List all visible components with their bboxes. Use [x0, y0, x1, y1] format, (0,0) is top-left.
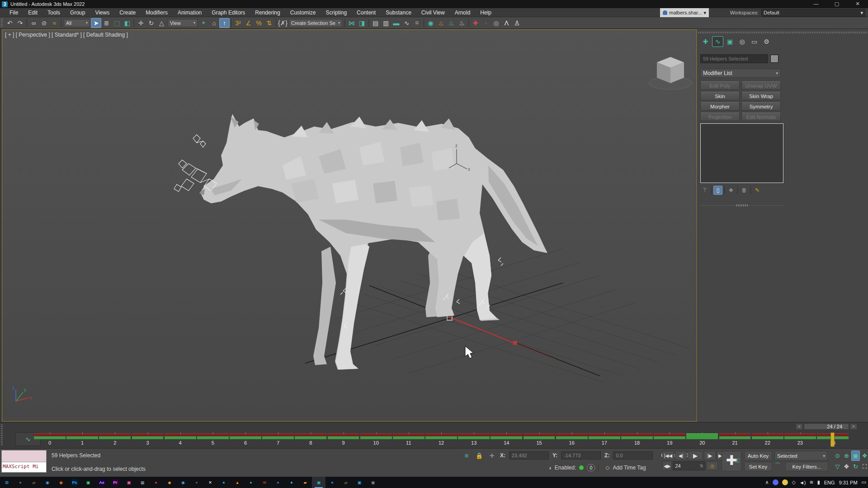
app-navy-icon[interactable]: ● [271, 477, 285, 488]
select-and-scale-icon[interactable]: △ [156, 18, 167, 28]
menu-customize[interactable]: Customize [285, 9, 321, 17]
modifier-stack-list[interactable] [700, 123, 783, 183]
view-cube[interactable] [649, 57, 692, 89]
time-configuration-button[interactable]: ◷ [706, 461, 718, 470]
app-grid-icon[interactable]: ▦ [136, 477, 149, 488]
render-setup-icon[interactable]: ♨ [436, 18, 446, 28]
app-gray-icon[interactable]: ▣ [366, 477, 380, 488]
hierarchy-tab-icon[interactable]: ▣ [724, 36, 736, 47]
paint-icon[interactable]: ● [285, 477, 298, 488]
fov-icon[interactable]: ▽ [833, 461, 842, 472]
configure-modifier-sets-icon[interactable]: ✎ [753, 186, 762, 195]
set-key-button[interactable]: Set Key [744, 462, 772, 471]
tray-chevron-icon[interactable]: ∧ [765, 479, 769, 485]
align-icon[interactable]: ◨ [357, 18, 367, 28]
unity-icon[interactable]: ◇ [792, 479, 795, 485]
menu-help[interactable]: Help [475, 9, 496, 17]
mirror-icon[interactable]: ⋈ [346, 18, 357, 28]
absolute-mode-icon[interactable]: ✛ [487, 451, 496, 460]
select-by-name-icon[interactable]: ≣ [101, 18, 112, 28]
dd-ref-coord[interactable]: View▾ [168, 19, 198, 27]
auto-key-button[interactable]: Auto Key [744, 451, 772, 460]
default-tangent-icon[interactable]: ⌒ [774, 462, 781, 470]
rollout-divider[interactable] [700, 205, 783, 206]
select-and-link-icon[interactable]: ∞ [28, 18, 39, 28]
pan-icon[interactable]: ✥ [842, 461, 851, 472]
spinner-icon[interactable]: ⇅ [700, 464, 703, 468]
add-time-tag-button[interactable]: Add Time Tag [613, 465, 646, 471]
create-tab-icon[interactable]: ✚ [700, 36, 711, 47]
maxscript-input[interactable]: MAXScript Mi [2, 462, 46, 472]
wifi-icon[interactable]: ≋ [810, 479, 814, 485]
chrome-icon[interactable]: ◉ [41, 477, 54, 488]
track-bar[interactable]: 0123456789101112131415161718192021222324 [33, 432, 850, 448]
maximize-viewport-icon[interactable]: ⛶ [860, 461, 868, 472]
notification-center-icon[interactable]: ▭ [862, 479, 866, 485]
menu-create[interactable]: Create [114, 9, 141, 17]
window-crossing-icon[interactable]: ◧ [122, 18, 132, 28]
next-frame-button[interactable]: > [850, 423, 857, 430]
current-frame-marker[interactable] [830, 432, 835, 447]
prev-frame-button[interactable]: < [796, 423, 803, 430]
mail-icon[interactable]: ✉ [258, 477, 271, 488]
percent-snap-icon[interactable]: % [254, 18, 264, 28]
workspace-dropdown[interactable]: Default ▾ [761, 9, 865, 17]
zoom-extents-all-icon[interactable]: ❖ [860, 450, 868, 461]
rect-selection-region-icon[interactable]: ⬚ [112, 18, 122, 28]
x-coordinate-field[interactable]: 23.492 [509, 451, 549, 460]
select-and-rotate-icon[interactable]: ↻ [146, 18, 156, 28]
telegram-icon[interactable]: ● [244, 477, 258, 488]
app-pink-icon[interactable]: ▣ [122, 477, 136, 488]
y-coordinate-field[interactable]: -14.773 [561, 451, 601, 460]
battery-icon[interactable]: ▮ [817, 479, 820, 485]
selection-lock-icon[interactable]: 🔒 [475, 451, 484, 460]
menu-arnold[interactable]: Arnold [450, 9, 476, 17]
app-red-icon[interactable]: ● [149, 477, 163, 488]
viewport-label[interactable]: [ + ] [ Perspective ] [ Standard* ] [ De… [5, 32, 128, 38]
3dsmax-icon[interactable]: ▣ [312, 477, 326, 488]
modifier-list-dropdown[interactable]: Modifier List ▾ [700, 69, 781, 78]
folder-f-icon[interactable]: ▰ [298, 477, 312, 488]
app-green-icon[interactable]: ▣ [81, 477, 95, 488]
z-coordinate-field[interactable]: 0.0 [613, 451, 653, 460]
redo-icon[interactable]: ↷ [15, 18, 25, 28]
menu-civil-view[interactable]: Civil View [416, 9, 450, 17]
modifier-button-skin[interactable]: Skin [700, 92, 740, 100]
spinner-snap-icon[interactable]: ⇅ [264, 18, 274, 28]
select-and-place-icon[interactable]: ⌂ [209, 18, 219, 28]
app-orange-icon[interactable]: ◆ [163, 477, 176, 488]
language-indicator[interactable]: ENG [824, 480, 835, 485]
bind-to-spacewarp-icon[interactable]: ≈ [49, 18, 60, 28]
perspective-viewport[interactable]: [ + ] [ Perspective ] [ Standard* ] [ De… [2, 29, 697, 422]
zoom-all-icon[interactable]: ⊕ [842, 450, 851, 461]
close-icon[interactable]: ✕ [847, 0, 868, 8]
next-frame-step-button[interactable]: |▶ [704, 451, 716, 460]
material-editor-icon[interactable]: ◉ [425, 18, 436, 28]
edit-named-sets-icon[interactable]: {✗} [278, 18, 288, 28]
after-effects-icon[interactable]: Ae [95, 477, 108, 488]
render-online-icon[interactable]: ◦ [481, 18, 491, 28]
menu-scripting[interactable]: Scripting [321, 9, 352, 17]
user-account-button[interactable]: malbers.shar... ▾ [660, 8, 709, 17]
menu-animation[interactable]: Animation [173, 9, 207, 17]
angle-snap-icon[interactable]: ∠ [243, 18, 254, 28]
snaps-toggle-icon[interactable]: 3² [233, 18, 243, 28]
viewport-canvas[interactable]: z x z y x [2, 30, 697, 421]
wolf-far-legs[interactable] [313, 241, 443, 365]
key-filters-button[interactable]: Key Filters... [785, 462, 828, 471]
object-color-swatch[interactable] [770, 55, 778, 63]
premiere-icon[interactable]: Pr [108, 477, 122, 488]
render-production-icon[interactable]: ♨ [457, 18, 467, 28]
wolf-near-legs[interactable] [336, 233, 497, 370]
schematic-view-icon[interactable]: ⌗ [412, 18, 422, 28]
play-button[interactable]: ▶ [688, 451, 703, 460]
menu-file[interactable]: File [5, 9, 23, 17]
current-frame-field[interactable]: 24 ⇅ [673, 461, 705, 470]
utilities-tab-icon[interactable]: ⚙ [761, 36, 772, 47]
discord-icon[interactable] [773, 479, 778, 485]
menu-views[interactable]: Views [90, 9, 114, 17]
menu-group[interactable]: Group [65, 9, 90, 17]
maxscript-macro-pane[interactable] [2, 450, 46, 462]
menu-content[interactable]: Content [352, 9, 381, 17]
arnold-render-icon[interactable]: Λ [501, 18, 512, 28]
